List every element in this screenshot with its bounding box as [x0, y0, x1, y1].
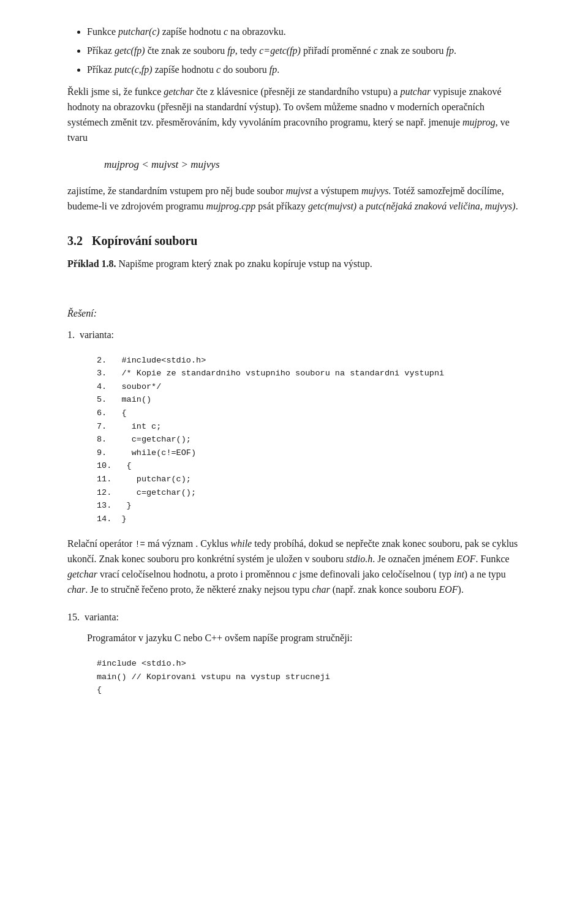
solution-label: Řešení:: [67, 306, 521, 322]
bullet-item-2: Příkaz getc(fp) čte znak ze souboru fp, …: [87, 43, 521, 59]
bullet-item-1: Funkce putchar(c) zapíše hodnotu c na ob…: [87, 24, 521, 40]
paragraph-relational-operator: Relační operátor != má význam . Cyklus w…: [67, 536, 521, 597]
section-32-heading: 3.2 Kopírování souboru: [67, 231, 521, 250]
section-32-title: Kopírování souboru: [92, 234, 197, 247]
code-block-variant15: #include <stdio.h> main() // Kopirovani …: [97, 657, 521, 697]
variant15-description: Programátor v jazyku C nebo C++ ovšem na…: [87, 631, 521, 646]
code-block-variant1: 2. #include<stdio.h> 3. /* Kopie ze stan…: [97, 354, 521, 526]
paragraph-getchar-putchar: Řekli jsme si, že funkce getchar čte z k…: [67, 85, 521, 145]
variant1-label: 1. varianta:: [67, 328, 521, 343]
bullet-item-3: Příkaz putc(c,fp) zapíše hodnotu c do so…: [87, 62, 521, 78]
inline-code-neq: !=: [135, 540, 145, 549]
page-content: Funkce putchar(c) zapíše hodnotu c na ob…: [31, 0, 557, 745]
math-expression: mujprog < mujvst > mujvys: [104, 157, 521, 173]
text-neq-meaning: [193, 538, 195, 549]
example-label-text: Příklad 1.8. Napišme program který znak …: [67, 257, 521, 272]
variant15-label: 15. varianta:: [67, 610, 521, 625]
example-bold-label: Příklad 1.8.: [67, 258, 116, 269]
bullet-list: Funkce putchar(c) zapíše hodnotu c na ob…: [87, 24, 521, 77]
section-32-number: 3.2: [67, 234, 83, 247]
paragraph-zajistime: zajistíme, že standardním vstupem pro ně…: [67, 184, 521, 214]
